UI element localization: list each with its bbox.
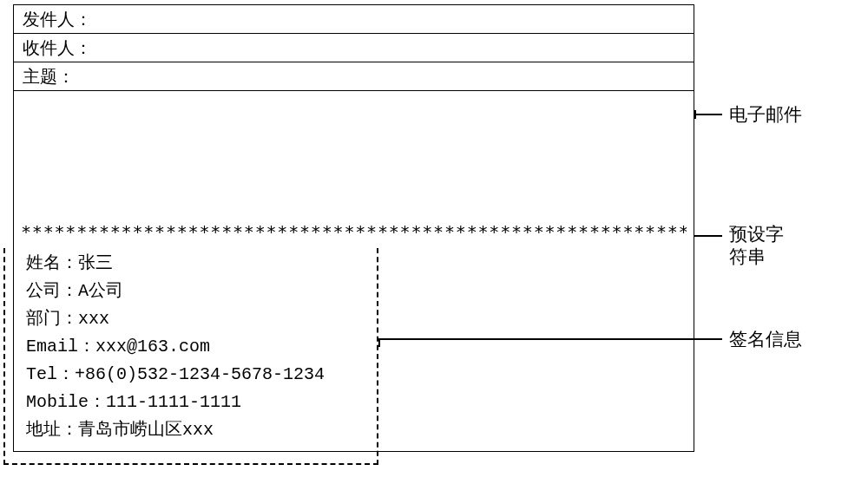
annot-signature-label: 签名信息 — [729, 328, 802, 350]
annot-signature-tick — [378, 338, 380, 347]
annot-email-connector — [694, 114, 722, 115]
annot-preset-connector — [694, 235, 722, 237]
sig-tel-row: Tel：+86(0)532-1234-5678-1234 — [26, 361, 325, 389]
sig-company-row: 公司：A公司 — [26, 278, 325, 305]
to-row[interactable]: 收件人： — [14, 34, 694, 62]
signature-block: 姓名：张三 公司：A公司 部门：xxx Email：xxx@163.com Te… — [26, 250, 325, 444]
annot-signature-connector — [378, 338, 722, 340]
sig-mobile-row: Mobile：111-1111-1111 — [26, 389, 325, 416]
sig-name-row: 姓名：张三 — [26, 250, 325, 278]
annot-email-label: 电子邮件 — [729, 103, 802, 126]
preset-string: ****************************************… — [21, 221, 687, 242]
sig-dept-row: 部门：xxx — [26, 305, 325, 333]
annot-preset-label-line2: 符串 — [729, 245, 766, 268]
subject-row[interactable]: 主题： — [14, 62, 694, 91]
sig-address-row: 地址：青岛市崂山区xxx — [26, 416, 325, 444]
from-row[interactable]: 发件人： — [14, 5, 694, 34]
email-window: 发件人： 收件人： 主题： **************************… — [13, 4, 694, 452]
subject-label: 主题： — [23, 67, 75, 86]
sig-email-row: Email：xxx@163.com — [26, 333, 325, 361]
from-label: 发件人： — [23, 10, 92, 29]
to-label: 收件人： — [23, 38, 92, 57]
email-body[interactable]: ****************************************… — [14, 91, 694, 451]
annot-preset-label-line1: 预设字 — [729, 223, 784, 245]
